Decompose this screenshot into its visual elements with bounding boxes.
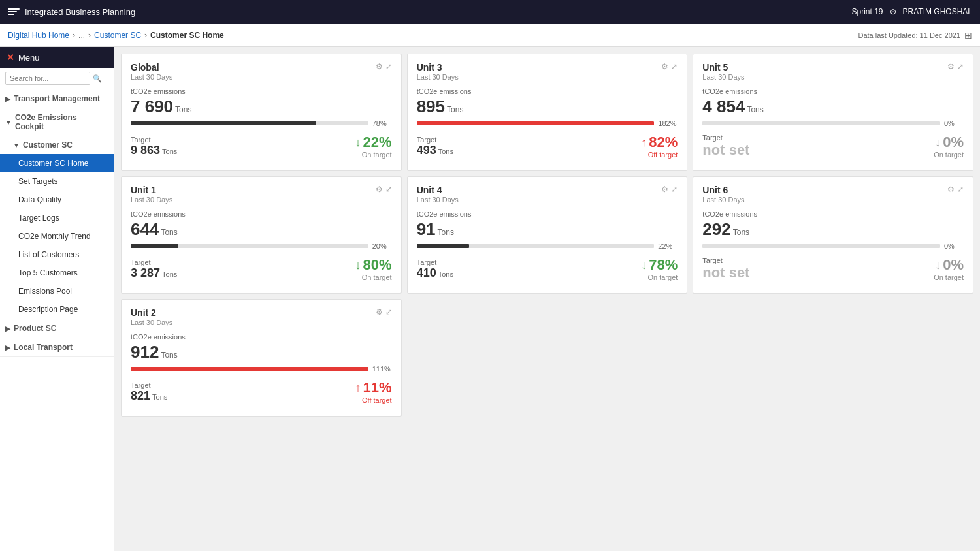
- caret-right-icon3: ▶: [5, 344, 10, 351]
- progress-bar-fill-global: [131, 121, 316, 125]
- sidebar-item-set-targets[interactable]: Set Targets: [0, 172, 114, 191]
- sidebar-item-co2-cockpit[interactable]: ▼ CO2e Emissions Cockpit: [0, 108, 114, 136]
- card-icons-unit2: ⚙ ⤢: [376, 307, 392, 317]
- sidebar-section-product-sc: ▶ Product SC: [0, 319, 114, 338]
- sidebar-section-local-transport: ▶ Local Transport: [0, 338, 114, 357]
- close-menu-icon[interactable]: ✕: [7, 52, 14, 63]
- target-section-unit6: Target not set ↓ 0% On target: [702, 257, 964, 281]
- delta-value-unit4: ↓ 78%: [641, 257, 678, 274]
- delta-status-unit1: On target: [355, 274, 392, 281]
- breadcrumb-home[interactable]: Digital Hub Home: [8, 31, 69, 40]
- sprint-label: Sprint 19: [852, 7, 883, 16]
- delta-arrow-global: ↓: [355, 136, 361, 150]
- sidebar-item-description-page[interactable]: Description Page: [0, 300, 114, 319]
- target-section-unit4: Target 410Tons ↓ 78% On target: [417, 257, 678, 281]
- emissions-label-unit2: tCO2e emissions: [131, 333, 392, 341]
- progress-pct-unit1: 20%: [372, 242, 392, 250]
- breadcrumb-dots[interactable]: ...: [78, 31, 85, 40]
- user-name: PRATIM GHOSHAL: [903, 7, 972, 16]
- progress-bar-fill-unit2: [131, 367, 368, 371]
- emissions-value-row-unit4: 91Tons: [417, 219, 678, 240]
- expand-icon-unit1[interactable]: ⤢: [385, 185, 392, 194]
- delta-pct-unit4: 78%: [649, 257, 678, 274]
- target-not-set-label: not set: [702, 264, 749, 281]
- card-subtitle-unit4: Last 30 Days: [417, 196, 459, 204]
- emissions-unit-unit3: Tons: [447, 105, 463, 114]
- delta-value-unit3: ↑ 82%: [641, 134, 678, 151]
- progress-row-global: 78%: [131, 119, 392, 127]
- target-label-global: Target: [131, 136, 177, 144]
- delta-arrow-unit2: ↑: [355, 381, 361, 395]
- emissions-unit-global: Tons: [175, 105, 191, 114]
- progress-bar-bg-unit5: [702, 121, 940, 125]
- sidebar-section-transport: ▶ Transport Management: [0, 89, 114, 108]
- emissions-value-unit4: 91: [417, 219, 436, 239]
- sidebar-item-local-transport[interactable]: ▶ Local Transport: [0, 338, 114, 356]
- breadcrumb-customer-sc[interactable]: Customer SC: [94, 31, 141, 40]
- target-value: 821Tons: [131, 389, 167, 403]
- sidebar-item-co2-monthly-trend[interactable]: CO2e Monthly Trend: [0, 227, 114, 245]
- card-icons-unit1: ⚙ ⤢: [376, 185, 392, 194]
- card-subtitle-unit1: Last 30 Days: [131, 196, 172, 204]
- nav-right: Data last Updated: 11 Dec 2021 ⊞: [858, 30, 972, 40]
- progress-bar-fill-unit4: [417, 244, 469, 248]
- sidebar-item-customer-sc[interactable]: ▼ Customer SC: [0, 136, 114, 154]
- cards-grid: Global Last 30 Days ⚙ ⤢ tCO2e emissions …: [121, 54, 973, 417]
- settings-icon-unit6[interactable]: ⚙: [947, 185, 955, 194]
- expand-icon-global[interactable]: ⤢: [385, 62, 392, 71]
- emissions-label-unit6: tCO2e emissions: [702, 210, 964, 218]
- progress-row-unit6: 0%: [702, 242, 964, 250]
- sidebar-item-data-quality[interactable]: Data Quality: [0, 191, 114, 209]
- sidebar-item-target-logs[interactable]: Target Logs: [0, 209, 114, 227]
- breadcrumb-sep3: ›: [144, 31, 147, 40]
- sidebar-menu-header: ✕ Menu: [0, 47, 114, 68]
- delta-status-unit4: On target: [641, 274, 678, 281]
- target-left-unit3: Target 493Tons: [417, 136, 453, 157]
- sidebar-item-emissions-pool[interactable]: Emissions Pool: [0, 282, 114, 300]
- card-title-unit4: Unit 4: [417, 185, 459, 195]
- card-title-unit2: Unit 2: [131, 307, 172, 318]
- sidebar-item-transport-management[interactable]: ▶ Transport Management: [0, 89, 114, 108]
- expand-icon-unit6[interactable]: ⤢: [957, 185, 964, 194]
- progress-bar-bg-unit1: [131, 244, 368, 248]
- settings-icon-unit3[interactable]: ⚙: [661, 62, 668, 71]
- delta-arrow-unit4: ↓: [641, 259, 647, 272]
- card-subtitle-unit2: Last 30 Days: [131, 319, 172, 326]
- sidebar-item-customer-sc-home[interactable]: Customer SC Home: [0, 154, 114, 172]
- expand-icon-unit3[interactable]: ⤢: [671, 62, 678, 71]
- sidebar-item-top5-customers[interactable]: Top 5 Customers: [0, 264, 114, 282]
- target-value: 9 863Tons: [131, 144, 177, 157]
- settings-icon-unit2[interactable]: ⚙: [376, 307, 383, 317]
- delta-arrow-unit3: ↑: [641, 136, 647, 150]
- settings-icon-unit4[interactable]: ⚙: [661, 185, 668, 194]
- emissions-label-global: tCO2e emissions: [131, 87, 392, 95]
- card-title-unit5: Unit 5: [702, 62, 744, 72]
- grid-icon[interactable]: ⊞: [964, 30, 972, 40]
- top-bar: Integrated Business Planning Sprint 19 ⊙…: [0, 0, 980, 24]
- card-icons-unit4: ⚙ ⤢: [661, 185, 678, 194]
- search-input[interactable]: [5, 72, 90, 85]
- card-header-global: Global Last 30 Days ⚙ ⤢: [131, 62, 392, 81]
- card-subtitle-global: Last 30 Days: [131, 73, 172, 81]
- expand-icon-unit5[interactable]: ⤢: [957, 62, 964, 71]
- card-header-unit1: Unit 1 Last 30 Days ⚙ ⤢: [131, 185, 392, 204]
- delta-status-global: On target: [355, 151, 392, 159]
- expand-icon-unit4[interactable]: ⤢: [671, 185, 678, 194]
- settings-icon-unit1[interactable]: ⚙: [376, 185, 383, 194]
- sidebar-item-product-sc[interactable]: ▶ Product SC: [0, 319, 114, 338]
- caret-down-icon2: ▼: [13, 142, 20, 149]
- sidebar-item-list-of-customers[interactable]: List of Customers: [0, 245, 114, 264]
- card-header-unit6: Unit 6 Last 30 Days ⚙ ⤢: [702, 185, 964, 204]
- settings-icon-global[interactable]: ⚙: [376, 62, 383, 71]
- card-subtitle-unit6: Last 30 Days: [702, 196, 744, 204]
- expand-icon-unit2[interactable]: ⤢: [385, 307, 392, 317]
- menu-label: Menu: [18, 53, 40, 63]
- top-bar-left: Integrated Business Planning: [8, 6, 135, 18]
- card-unit2: Unit 2 Last 30 Days ⚙ ⤢ tCO2e emissions …: [121, 299, 402, 417]
- emissions-value-global: 7 690: [131, 97, 173, 116]
- delta-box-global: ↓ 22% On target: [355, 134, 392, 159]
- settings-icon-unit5[interactable]: ⚙: [947, 62, 955, 71]
- emissions-label-unit1: tCO2e emissions: [131, 210, 392, 218]
- emissions-label-unit4: tCO2e emissions: [417, 210, 678, 218]
- delta-value-unit1: ↓ 80%: [355, 257, 392, 274]
